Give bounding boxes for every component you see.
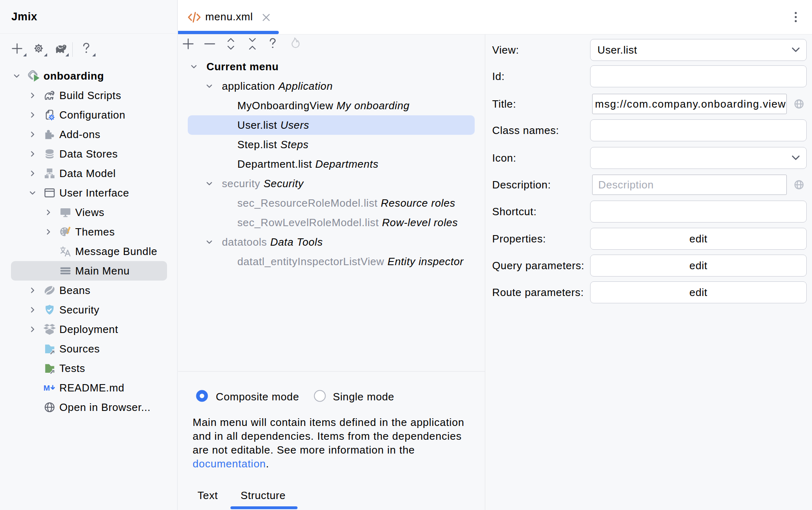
- svg-text:M: M: [43, 384, 50, 392]
